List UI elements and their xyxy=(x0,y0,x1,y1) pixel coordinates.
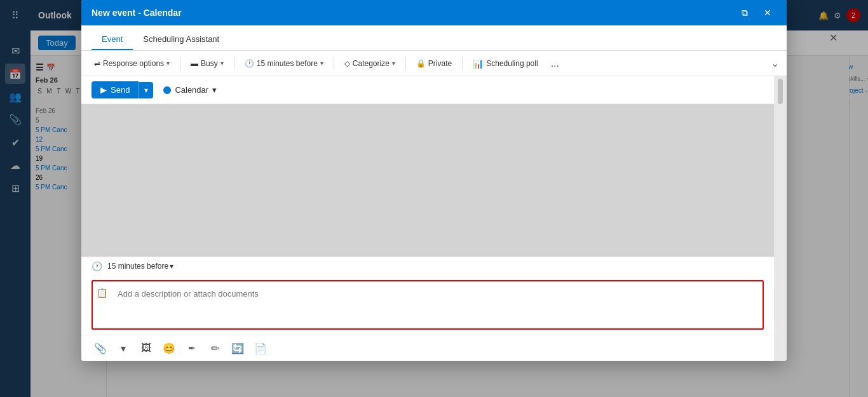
maximize-icon[interactable]: ⧉ xyxy=(736,4,754,22)
modal-overlay: New event - Calendar ⧉ ✕ Event Schedulin… xyxy=(0,0,868,397)
toolbar-sep-4 xyxy=(405,57,406,70)
lock-icon: 🔒 xyxy=(416,59,426,68)
signature-button[interactable]: ✒ xyxy=(183,339,201,357)
categorize-icon: ◇ xyxy=(344,59,350,68)
loop-button[interactable]: 🔄 xyxy=(229,339,247,357)
send-button-group: ▶ Send ▾ xyxy=(92,81,153,98)
new-event-modal: New event - Calendar ⧉ ✕ Event Schedulin… xyxy=(81,0,787,361)
insert-button[interactable]: 📄 xyxy=(252,339,269,357)
response-options-button[interactable]: ⇌ Response options ▾ xyxy=(89,57,175,71)
scheduling-poll-label: Scheduling poll xyxy=(486,59,538,68)
categorize-button[interactable]: ◇ Categorize ▾ xyxy=(339,57,400,71)
toolbar-sep-3 xyxy=(334,57,334,70)
description-icon: 📋 xyxy=(97,284,107,298)
send-label: Send xyxy=(111,85,130,95)
reminder-row-icon: 🕐 xyxy=(92,261,102,271)
emoji-button[interactable]: 😊 xyxy=(160,339,178,357)
signature-icon: ✒ xyxy=(188,343,196,353)
modal-tabs: Event Scheduling Assistant xyxy=(81,25,787,51)
poll-icon: 📊 xyxy=(473,58,484,69)
emoji-icon: 😊 xyxy=(163,342,175,354)
send-dropdown-button[interactable]: ▾ xyxy=(139,82,153,98)
modal-body: ▶ Send ▾ Calendar ▾ 🕐 xyxy=(81,76,787,361)
toolbar-sep-1 xyxy=(180,57,180,70)
modal-titlebar: New event - Calendar ⧉ ✕ xyxy=(81,0,787,25)
tab-event[interactable]: Event xyxy=(92,29,133,50)
busy-button[interactable]: ▬ Busy ▾ xyxy=(186,57,229,71)
reminder-row: 🕐 15 minutes before ▾ xyxy=(81,257,774,275)
response-options-label: Response options xyxy=(103,59,164,68)
send-bar: ▶ Send ▾ Calendar ▾ xyxy=(81,76,774,104)
form-fields-area[interactable] xyxy=(81,104,774,257)
titlebar-icons: ⧉ ✕ xyxy=(736,4,776,22)
private-label: Private xyxy=(428,59,452,68)
draw-icon: ✏ xyxy=(211,342,219,354)
busy-label: Busy xyxy=(201,59,218,68)
draw-button[interactable]: ✏ xyxy=(206,339,224,357)
loop-icon: 🔄 xyxy=(231,342,244,354)
toolbar-sep-5 xyxy=(462,57,463,70)
description-input-wrapper: 📋 xyxy=(92,280,764,330)
reminder-inline-chevron: ▾ xyxy=(170,262,173,271)
attach-icon: 📎 xyxy=(94,342,107,354)
insert-icon: 📄 xyxy=(254,342,267,354)
modal-scrollbar[interactable] xyxy=(774,76,787,361)
scrollbar-thumb[interactable] xyxy=(778,79,783,104)
private-button[interactable]: 🔒 Private xyxy=(411,57,457,71)
toolbar-expand-icon[interactable]: ⌄ xyxy=(771,57,779,69)
image-button[interactable]: 🖼 xyxy=(137,339,155,357)
send-button[interactable]: ▶ Send xyxy=(92,81,139,98)
calendar-selector-label: Calendar xyxy=(175,85,208,95)
reminder-label: 15 minutes before xyxy=(257,59,318,68)
busy-chevron: ▾ xyxy=(220,60,224,67)
modal-close-icon[interactable]: ✕ xyxy=(759,4,776,22)
reminder-inline-dropdown[interactable]: 15 minutes before ▾ xyxy=(107,262,173,271)
calendar-selector-chevron: ▾ xyxy=(212,85,217,95)
toolbar-sep-2 xyxy=(234,57,234,70)
categorize-chevron: ▾ xyxy=(392,60,395,67)
description-area: 📋 xyxy=(81,275,774,335)
format-toolbar: 📎 ▾ 🖼 😊 ✒ ✏ 🔄 xyxy=(81,335,774,361)
description-input[interactable] xyxy=(111,284,759,328)
more-options-button[interactable]: ... xyxy=(546,55,564,72)
send-arrow-icon: ▶ xyxy=(100,85,107,95)
busy-icon: ▬ xyxy=(191,59,198,68)
reminder-inline-label: 15 minutes before xyxy=(107,262,168,271)
response-options-icon: ⇌ xyxy=(94,59,100,68)
tab-scheduling-assistant[interactable]: Scheduling Assistant xyxy=(133,29,229,50)
modal-title: New event - Calendar xyxy=(92,8,182,18)
categorize-label: Categorize xyxy=(353,59,390,68)
attach-button[interactable]: 📎 xyxy=(92,339,109,357)
reminder-button[interactable]: 🕐 15 minutes before ▾ xyxy=(240,57,329,71)
attach-dropdown-button[interactable]: ▾ xyxy=(114,339,132,357)
scheduling-poll-button[interactable]: 📊 Scheduling poll xyxy=(468,56,543,71)
modal-toolbar: ⇌ Response options ▾ ▬ Busy ▾ 🕐 15 minut… xyxy=(81,51,787,76)
clock-icon: 🕐 xyxy=(245,59,254,68)
reminder-chevron: ▾ xyxy=(320,60,323,67)
image-icon: 🖼 xyxy=(141,342,151,354)
response-options-chevron: ▾ xyxy=(166,60,170,67)
calendar-dot xyxy=(163,86,171,94)
modal-form: ▶ Send ▾ Calendar ▾ 🕐 xyxy=(81,76,774,361)
calendar-selector[interactable]: Calendar ▾ xyxy=(158,83,222,97)
